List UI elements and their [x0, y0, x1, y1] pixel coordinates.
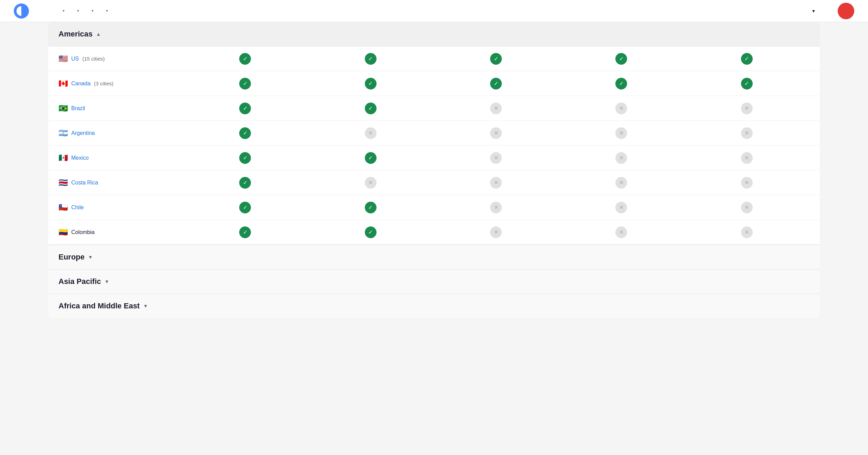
- check-cell: ✕: [559, 152, 684, 164]
- check-yes-icon: ✓: [741, 78, 753, 89]
- region-chevron-icon: ▼: [105, 279, 109, 284]
- country-name[interactable]: Argentina: [71, 130, 95, 136]
- region-header-africa-middle-east[interactable]: Africa and Middle East▼: [48, 294, 820, 318]
- check-columns: ✓✓✕✕✕: [182, 103, 809, 114]
- check-columns: ✓✓✓✓✓: [182, 78, 809, 89]
- chevron-icon: ▾: [812, 8, 815, 14]
- check-cell: ✓: [182, 127, 308, 139]
- check-no-icon: ✕: [741, 226, 753, 238]
- check-cell: ✕: [433, 226, 559, 238]
- country-name[interactable]: US: [71, 56, 79, 62]
- check-yes-icon: ✓: [490, 78, 502, 89]
- logo[interactable]: [14, 3, 32, 19]
- country-name[interactable]: Mexico: [71, 155, 89, 161]
- region-chevron-icon: ▼: [143, 303, 148, 309]
- nav-login[interactable]: [824, 8, 834, 14]
- check-cell: ✓: [182, 202, 308, 213]
- check-columns: ✓✕✕✕✕: [182, 177, 809, 189]
- check-yes-icon: ✓: [365, 78, 377, 89]
- check-cell: ✓: [308, 103, 433, 114]
- check-cell: ✕: [433, 202, 559, 213]
- nav-why-nordvpn[interactable]: ▾: [56, 6, 70, 16]
- check-cell: ✓: [308, 226, 433, 238]
- check-no-icon: ✕: [615, 226, 627, 238]
- check-yes-icon: ✓: [239, 127, 251, 139]
- check-yes-icon: ✓: [239, 226, 251, 238]
- check-no-icon: ✕: [490, 177, 502, 189]
- check-columns: ✓✓✕✕✕: [182, 152, 809, 164]
- check-cell: ✕: [684, 127, 809, 139]
- check-no-icon: ✕: [615, 152, 627, 164]
- check-no-icon: ✕: [741, 177, 753, 189]
- check-no-icon: ✕: [490, 202, 502, 213]
- check-cell: ✕: [684, 103, 809, 114]
- check-cell: ✕: [433, 127, 559, 139]
- check-yes-icon: ✓: [239, 103, 251, 114]
- check-columns: ✓✓✓✓✓: [182, 53, 809, 65]
- check-columns: ✓✕✕✕✕: [182, 127, 809, 139]
- check-no-icon: ✕: [490, 127, 502, 139]
- country-info: 🇨🇱Chile: [59, 203, 182, 212]
- check-yes-icon: ✓: [365, 202, 377, 213]
- check-cell: ✕: [559, 226, 684, 238]
- nav-pricing[interactable]: [45, 8, 55, 14]
- check-no-icon: ✕: [365, 127, 377, 139]
- country-name[interactable]: Canada: [71, 81, 91, 87]
- table-row: 🇲🇽Mexico✓✓✕✕✕: [48, 146, 820, 170]
- check-cell: ✓: [308, 202, 433, 213]
- check-yes-icon: ✓: [239, 152, 251, 164]
- check-cell: ✓: [433, 53, 559, 65]
- region-header-americas[interactable]: Americas▲: [48, 22, 820, 46]
- region-header-asia-pacific[interactable]: Asia Pacific▼: [48, 269, 820, 294]
- region-title: Europe: [59, 253, 85, 262]
- check-cell: ✕: [559, 202, 684, 213]
- nav-products[interactable]: ▾: [806, 5, 820, 17]
- check-cell: ✕: [433, 177, 559, 189]
- country-info: 🇨🇦Canada(3 cities): [59, 79, 182, 88]
- table-row: 🇦🇷Argentina✓✕✕✕✕: [48, 121, 820, 146]
- check-yes-icon: ✓: [239, 53, 251, 65]
- check-no-icon: ✕: [365, 177, 377, 189]
- check-yes-icon: ✓: [239, 177, 251, 189]
- check-cell: ✕: [684, 202, 809, 213]
- check-cell: ✓: [433, 78, 559, 89]
- check-cell: ✓: [308, 152, 433, 164]
- country-flag: 🇺🇸: [59, 54, 68, 63]
- check-cell: ✓: [182, 78, 308, 89]
- check-cell: ✕: [559, 177, 684, 189]
- nav-cta-button[interactable]: [838, 3, 854, 19]
- region-header-europe[interactable]: Europe▼: [48, 245, 820, 269]
- country-info: 🇨🇷Costa Rica: [59, 178, 182, 187]
- nav-download-vpn[interactable]: ▾: [71, 6, 84, 16]
- check-yes-icon: ✓: [365, 152, 377, 164]
- table-row: 🇨🇱Chile✓✓✕✕✕: [48, 195, 820, 220]
- check-no-icon: ✕: [490, 152, 502, 164]
- check-cell: ✓: [182, 103, 308, 114]
- region-chevron-icon: ▼: [88, 254, 93, 260]
- table-row: 🇨🇷Costa Rica✓✕✕✕✕: [48, 170, 820, 195]
- country-flag: 🇦🇷: [59, 129, 68, 138]
- check-cell: ✓: [182, 152, 308, 164]
- navbar: ▾ ▾ ▾ ▾ ▾: [0, 0, 868, 22]
- region-title: Asia Pacific: [59, 277, 101, 286]
- check-no-icon: ✕: [615, 177, 627, 189]
- country-info: 🇦🇷Argentina: [59, 129, 182, 138]
- country-name[interactable]: Chile: [71, 204, 84, 211]
- nav-resources[interactable]: ▾: [85, 6, 98, 16]
- country-flag: 🇧🇷: [59, 104, 68, 113]
- regions-table: Americas▲🇺🇸US(15 cities)✓✓✓✓✓🇨🇦Canada(3 …: [48, 22, 820, 318]
- country-cities: (15 cities): [82, 56, 105, 62]
- check-cell: ✕: [559, 103, 684, 114]
- check-no-icon: ✕: [741, 127, 753, 139]
- check-cell: ✓: [684, 78, 809, 89]
- nav-for-business[interactable]: ▾: [100, 6, 113, 16]
- check-cell: ✕: [559, 127, 684, 139]
- country-name: Colombia: [71, 229, 95, 235]
- country-name[interactable]: Brazil: [71, 105, 85, 112]
- check-yes-icon: ✓: [365, 53, 377, 65]
- check-cell: ✕: [684, 177, 809, 189]
- check-no-icon: ✕: [615, 202, 627, 213]
- chevron-icon: ▾: [63, 9, 65, 13]
- table-row: 🇨🇴Colombia✓✓✕✕✕: [48, 220, 820, 245]
- country-name[interactable]: Costa Rica: [71, 180, 98, 186]
